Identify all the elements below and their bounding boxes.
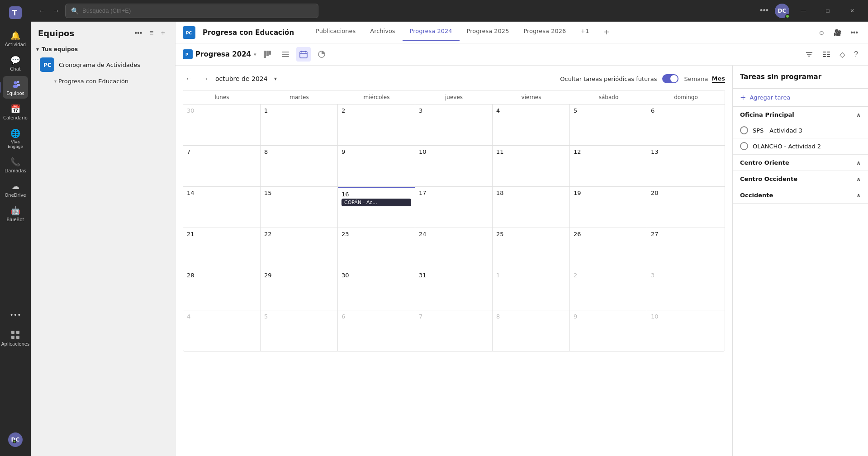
team-cronograma[interactable]: PC Cronograma de Actividades (33, 55, 173, 75)
sidebar-item-aplicaciones[interactable]: Aplicaciones (3, 327, 28, 349)
sidebar-item-viva[interactable]: 🌐 Viva Engage (3, 125, 28, 152)
cal-cell-4-nov[interactable]: 4 (183, 310, 261, 351)
bucket-header-occidente[interactable]: Occidente ∧ (733, 187, 868, 203)
next-month-button[interactable]: → (199, 73, 212, 85)
cal-cell-6-nov[interactable]: 6 (338, 310, 415, 351)
tab-add-button[interactable]: + (596, 24, 617, 41)
sidebar-more-button[interactable]: ••• (3, 309, 28, 321)
video-button[interactable]: 🎥 (831, 27, 844, 38)
cal-cell-15[interactable]: 15 (261, 187, 338, 228)
cal-cell-10[interactable]: 10 (415, 146, 493, 186)
sidebar-item-calendario[interactable]: 📅 Calendario (3, 100, 28, 123)
sidebar-item-chat[interactable]: 💬 Chat (3, 52, 28, 74)
cal-cell-2[interactable]: 2 (338, 104, 415, 145)
cal-cell-4[interactable]: 4 (493, 104, 570, 145)
task-radio-sps[interactable] (740, 126, 748, 134)
cal-cell-25[interactable]: 25 (493, 228, 570, 269)
bucket-header-centro-occidente[interactable]: Centro Occidente ∧ (733, 171, 868, 187)
filter-button[interactable] (802, 48, 816, 60)
cal-cell-28[interactable]: 28 (183, 269, 261, 310)
cal-cell-8-nov[interactable]: 8 (493, 310, 570, 351)
bucket-header-oficina[interactable]: Oficina Principal ∧ (733, 107, 868, 123)
meet-button[interactable]: ☺ (816, 27, 827, 38)
cal-cell-14[interactable]: 14 (183, 187, 261, 228)
user-menu[interactable]: DC (775, 4, 789, 18)
cal-cell-3-nov[interactable]: 3 (647, 269, 725, 310)
planner-title[interactable]: P Progresa 2024 ▾ (183, 49, 256, 59)
your-teams-section[interactable]: ▾ Tus equipos (31, 44, 175, 54)
month-dropdown-button[interactable]: ▾ (271, 74, 280, 84)
cal-cell-1[interactable]: 1 (261, 104, 338, 145)
cal-cell-30[interactable]: 30 (338, 269, 415, 310)
cal-cell-18[interactable]: 18 (493, 187, 570, 228)
back-button[interactable]: ← (36, 5, 47, 17)
sidebar-item-equipos[interactable]: Equipos (3, 76, 28, 99)
task-sps-act3[interactable]: SPS - Actividad 3 (733, 123, 868, 138)
cal-cell-9[interactable]: 9 (338, 146, 415, 186)
month-view-option[interactable]: Mes (712, 75, 726, 83)
search-input[interactable] (82, 7, 313, 14)
cal-cell-26[interactable]: 26 (570, 228, 647, 269)
cal-cell-19[interactable]: 19 (570, 187, 647, 228)
more-channel-button[interactable]: ••• (848, 27, 861, 38)
cal-cell-29[interactable]: 29 (261, 269, 338, 310)
tab-progresa2026[interactable]: Progresa 2026 (516, 24, 573, 41)
cal-cell-7-nov[interactable]: 7 (415, 310, 493, 351)
task-olancho-act2[interactable]: OLANCHO - Actividad 2 (733, 138, 868, 154)
cal-cell-30-sep[interactable]: 30 (183, 104, 261, 145)
bucket-header-centro-oriente[interactable]: Centro Oriente ∧ (733, 155, 868, 171)
prev-month-button[interactable]: ← (183, 73, 195, 85)
cal-cell-24[interactable]: 24 (415, 228, 493, 269)
maximize-button[interactable]: □ (817, 4, 838, 18)
cal-cell-12[interactable]: 12 (570, 146, 647, 186)
more-options-button[interactable]: ••• (757, 4, 771, 17)
cal-cell-11[interactable]: 11 (493, 146, 570, 186)
forward-button[interactable]: → (51, 5, 62, 17)
sidebar-item-onedrive[interactable]: ☁ OneDrive (3, 178, 28, 200)
cal-cell-20[interactable]: 20 (647, 187, 725, 228)
week-view-option[interactable]: Semana (684, 76, 708, 82)
tab-more[interactable]: +1 (573, 24, 596, 41)
tab-progresa2024[interactable]: Progresa 2024 (403, 24, 460, 41)
tab-publicaciones[interactable]: Publicaciones (308, 24, 363, 41)
cal-cell-22[interactable]: 22 (261, 228, 338, 269)
calendar-event-copan[interactable]: COPÁN - Ac... (342, 199, 411, 206)
cal-cell-5[interactable]: 5 (570, 104, 647, 145)
calendar-view-button[interactable] (296, 47, 311, 62)
teams-add-button[interactable]: + (158, 27, 168, 39)
cal-cell-3[interactable]: 3 (415, 104, 493, 145)
cal-cell-5-nov[interactable]: 5 (261, 310, 338, 351)
cal-cell-10-nov[interactable]: 10 (647, 310, 725, 351)
sidebar-item-llamadas[interactable]: 📞 Llamadas (3, 153, 28, 176)
list-view-button[interactable] (278, 47, 293, 62)
task-radio-olancho[interactable] (740, 142, 748, 150)
cal-cell-16[interactable]: 16 COPÁN - Ac... (338, 187, 415, 228)
cal-cell-23[interactable]: 23 (338, 228, 415, 269)
chart-view-button[interactable] (314, 47, 329, 62)
cal-cell-21[interactable]: 21 (183, 228, 261, 269)
tab-progresa2025[interactable]: Progresa 2025 (460, 24, 517, 41)
cal-cell-2-nov[interactable]: 2 (570, 269, 647, 310)
teams-more-button[interactable]: ••• (132, 27, 145, 39)
cal-cell-17[interactable]: 17 (415, 187, 493, 228)
cal-cell-9-nov[interactable]: 9 (570, 310, 647, 351)
sidebar-item-actividad[interactable]: 🔔 Actividad (3, 27, 28, 50)
tab-archivos[interactable]: Archivos (363, 24, 402, 41)
teams-filter-button[interactable]: ≡ (147, 27, 156, 39)
close-button[interactable]: ✕ (842, 4, 863, 18)
sidebar-item-bluebot[interactable]: 🤖 BlueBot (3, 202, 28, 225)
hide-recurring-toggle[interactable] (662, 74, 678, 83)
cal-cell-27[interactable]: 27 (647, 228, 725, 269)
add-task-button[interactable]: + Agregar tarea (733, 89, 868, 107)
group-button[interactable] (820, 48, 833, 60)
cal-cell-13[interactable]: 13 (647, 146, 725, 186)
cal-cell-31[interactable]: 31 (415, 269, 493, 310)
cal-cell-7[interactable]: 7 (183, 146, 261, 186)
premium-button[interactable]: ◇ (837, 48, 848, 61)
cal-cell-6[interactable]: 6 (647, 104, 725, 145)
help-button[interactable]: ? (851, 48, 861, 60)
minimize-button[interactable]: — (793, 4, 814, 18)
board-view-button[interactable] (260, 47, 275, 62)
channel-item[interactable]: ▾ Progresa con Educación (33, 76, 173, 87)
cal-cell-8[interactable]: 8 (261, 146, 338, 186)
